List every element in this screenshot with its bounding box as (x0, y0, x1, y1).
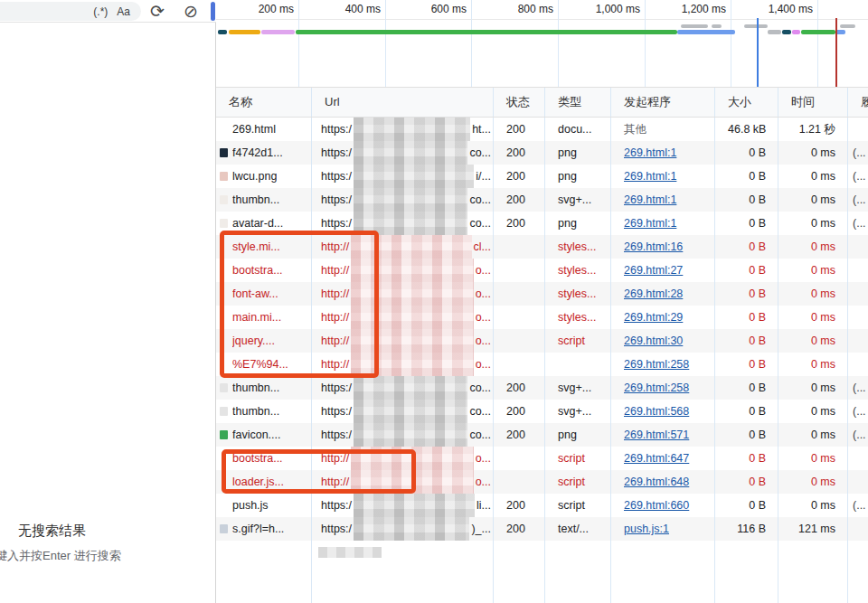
initiator-link[interactable]: 269.html:660 (624, 499, 689, 512)
table-row[interactable]: thumbn...https:/co...200svg+...269.html:… (216, 400, 868, 423)
url-suffix: cl... (472, 235, 493, 259)
url-prefix: https:/ (321, 141, 352, 165)
table-row[interactable]: lwcu.pnghttps:/i/...200png269.html:10 B0… (216, 165, 868, 188)
search-results-panel: (.*) Aa ⟳ ⊘ 无搜索结果 键入并按Enter 进行搜索 (0, 0, 216, 603)
cell-initiator: 269.html:28 (611, 282, 715, 306)
cell-status (494, 306, 545, 329)
cell-type: svg+... (545, 400, 611, 423)
timeline-gridline (471, 0, 472, 87)
waterfall-overview-segment (768, 30, 781, 34)
search-input[interactable]: (.*) Aa (0, 2, 141, 21)
cell-waterfall (848, 447, 868, 470)
doc-file-icon (220, 524, 228, 533)
cell-waterfall (848, 259, 868, 282)
empty-cell (494, 541, 545, 603)
initiator-link[interactable]: 269.html:16 (624, 240, 683, 253)
cell-status (494, 259, 545, 282)
network-overview-timeline[interactable]: 200 ms400 ms600 ms800 ms1,000 ms1,200 ms… (216, 0, 868, 88)
table-row[interactable]: f4742d1...https:/co...200png269.html:10 … (216, 141, 868, 165)
url-suffix: o... (474, 353, 493, 376)
column-header-size[interactable]: 大小 (715, 88, 778, 117)
table-row[interactable]: 269.htmlhttps:/ht...200docu...其他46.8 kB1… (216, 118, 868, 141)
cell-name: lwcu.png (216, 165, 312, 188)
redaction-mosaic (318, 547, 382, 558)
refresh-icon[interactable]: ⟳ (146, 1, 168, 23)
initiator-link[interactable]: 269.html:27 (624, 264, 683, 277)
cell-name: 269.html (216, 118, 312, 141)
table-empty-area (216, 541, 868, 603)
clear-icon[interactable]: ⊘ (180, 1, 202, 23)
timeline-tick-label: 1,200 ms (682, 3, 731, 15)
redaction-mosaic (354, 423, 467, 447)
cell-name: s.gif?l=h... (216, 517, 312, 541)
column-header-status[interactable]: 状态 (494, 88, 545, 117)
initiator-link[interactable]: 269.html:258 (624, 382, 689, 394)
initiator-link[interactable]: 269.html:258 (624, 358, 689, 371)
initiator-link[interactable]: 269.html:1 (624, 170, 676, 183)
url-suffix: o... (474, 282, 493, 306)
initiator-link[interactable]: 269.html:568 (624, 405, 689, 418)
cell-initiator: 269.html:1 (611, 212, 715, 235)
column-header-url[interactable]: Url (312, 88, 494, 117)
cell-url: https:/co... (312, 141, 494, 165)
request-name: lwcu.png (232, 165, 277, 188)
load-marker (835, 18, 837, 87)
column-header-time[interactable]: 时间 (778, 88, 848, 117)
column-header-type[interactable]: 类型 (545, 88, 611, 117)
request-name: thumbn... (232, 188, 279, 212)
column-header-waterfall[interactable]: 履 (848, 88, 868, 117)
cell-size: 0 B (715, 353, 778, 376)
initiator-link[interactable]: 269.html:1 (624, 193, 676, 206)
redaction-mosaic (354, 400, 467, 423)
request-name: 269.html (232, 118, 276, 141)
column-header-initiator[interactable]: 发起程序 (611, 88, 715, 117)
cell-type: png (545, 423, 611, 447)
initiator-link[interactable]: 269.html:571 (624, 429, 689, 441)
initiator-link[interactable]: 269.html:28 (624, 287, 683, 300)
table-row[interactable]: favicon....https:/co...200png269.html:57… (216, 423, 868, 447)
initiator-link[interactable]: 269.html:29 (624, 311, 683, 324)
cell-initiator: 269.html:571 (611, 423, 715, 447)
cell-time: 0 ms (778, 447, 848, 470)
timeline-tick-label: 800 ms (518, 3, 558, 15)
gray-file-icon (220, 407, 228, 416)
table-row[interactable]: s.gif?l=h...https:/)_...200text/...push.… (216, 517, 868, 541)
waterfall-overview-segment (840, 24, 855, 28)
initiator-link[interactable]: 269.html:1 (624, 146, 676, 159)
initiator-link[interactable]: 269.html:648 (624, 476, 689, 488)
timeline-tick-label: 600 ms (431, 3, 471, 15)
timeline-gridline (817, 0, 818, 87)
cell-time: 0 ms (778, 259, 848, 282)
initiator-link[interactable]: push.js:1 (624, 523, 669, 535)
table-row[interactable]: push.jshttps:/li...200script269.html:660… (216, 494, 868, 517)
table-row[interactable]: thumbn...https:/co...200svg+...269.html:… (216, 376, 868, 400)
initiator-link[interactable]: 269.html:647 (624, 452, 689, 465)
scrollbar-thumb[interactable] (211, 2, 215, 21)
table-header-row: 名称Url状态类型发起程序大小时间履 (216, 88, 868, 118)
url-suffix: ht... (470, 118, 493, 141)
waterfall-overview-segment (782, 30, 791, 34)
cell-type: script (545, 494, 611, 517)
cell-url: https:/co... (312, 423, 494, 447)
domcontentloaded-marker (757, 18, 759, 87)
cell-waterfall (848, 470, 868, 494)
cell-initiator: 269.html:29 (611, 306, 715, 329)
initiator-link[interactable]: 269.html:30 (624, 334, 683, 347)
table-row[interactable]: thumbn...https:/co...200svg+...269.html:… (216, 188, 868, 212)
empty-cell (545, 541, 611, 603)
waterfall-overview-segment (677, 30, 735, 34)
column-header-name[interactable]: 名称 (216, 88, 312, 117)
cell-waterfall: (... (848, 212, 868, 235)
cell-name: push.js (216, 494, 312, 517)
no-search-results-text: 无搜索结果 (18, 523, 86, 540)
timeline-tick-label: 200 ms (259, 3, 298, 15)
cell-waterfall: (... (848, 165, 868, 188)
empty-cell (611, 541, 715, 603)
cell-url: https:/i/... (312, 165, 494, 188)
initiator-link[interactable]: 269.html:1 (624, 217, 676, 230)
cell-time: 0 ms (778, 470, 848, 494)
timeline-gridline (731, 0, 731, 87)
cell-initiator: 269.html:1 (611, 141, 715, 165)
match-case-icon[interactable]: Aa (117, 5, 130, 18)
regex-icon[interactable]: (.*) (93, 5, 108, 18)
